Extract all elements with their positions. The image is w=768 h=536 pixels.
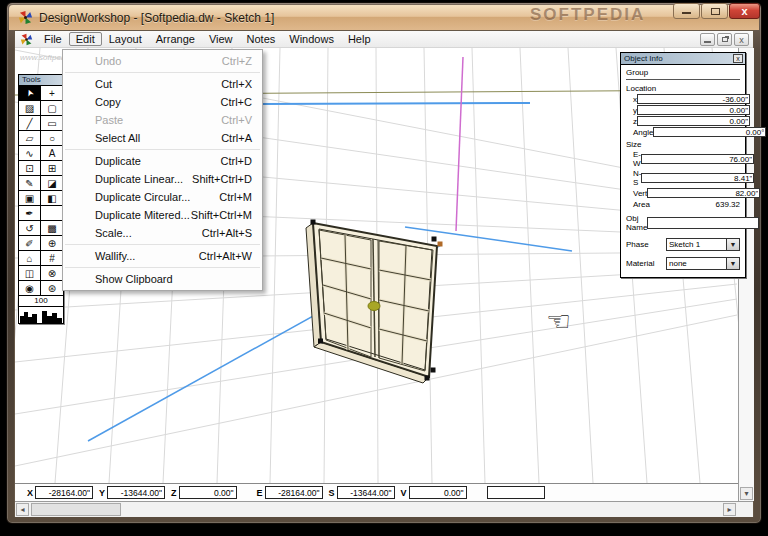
y-field[interactable] [637, 105, 750, 115]
opening-cut-tool[interactable]: ◧ [41, 191, 63, 206]
menu-edit[interactable]: Edit [69, 32, 102, 46]
multi-block-icon: ⊞ [48, 163, 56, 174]
block-icon: ⊡ [25, 163, 33, 174]
solid-tool[interactable]: ◫ [19, 266, 41, 281]
menu-item-duplicate-linear[interactable]: Duplicate Linear...Shift+Ctrl+D [63, 170, 262, 188]
polyline-tool[interactable]: ∿ [19, 146, 41, 161]
menu-item-duplicate-circular[interactable]: Duplicate Circular...Ctrl+M [63, 188, 262, 206]
marquee-tool[interactable]: ▨ [19, 101, 41, 116]
ns-field[interactable] [641, 173, 754, 183]
mdi-minimize-button[interactable] [700, 33, 715, 46]
mdi-close-icon: x [739, 35, 744, 45]
solid-icon: ◫ [25, 268, 34, 279]
globe-view-tool[interactable]: ⊛ [41, 281, 63, 296]
menu-arrange[interactable]: Arrange [149, 32, 202, 46]
horizontal-scrollbar[interactable]: ◂ ▸ [15, 501, 753, 517]
menu-item-duplicate-mitered[interactable]: Duplicate Mitered...Shift+Ctrl+M [63, 206, 262, 224]
menu-item-show-clipboard[interactable]: Show Clipboard [63, 270, 262, 288]
pointer-tool[interactable]: ➤ [19, 86, 41, 101]
material-dropdown[interactable]: none ▼ [666, 257, 740, 270]
eye-view-tool[interactable]: ◉ [19, 281, 41, 296]
scroll-right-button[interactable]: ▸ [723, 503, 736, 516]
close-button[interactable]: x [729, 3, 760, 19]
pointer-icon: ➤ [23, 88, 35, 99]
zoom-level-field[interactable]: 100 [19, 296, 63, 307]
mdi-close-button[interactable]: x [734, 33, 749, 46]
roof-tool[interactable]: ⌂ [19, 251, 41, 266]
eraser-tool[interactable]: ◪ [41, 176, 63, 191]
hscroll-thumb[interactable] [31, 503, 121, 516]
phase-dropdown[interactable]: Sketch 1 ▼ [666, 238, 740, 251]
window-title: DesignWorkshop - [Softpedia.dw - Sketch … [39, 11, 274, 25]
menu-item-wallify[interactable]: Wallify...Ctrl+Alt+W [63, 247, 262, 265]
menu-item-undo: UndoCtrl+Z [63, 52, 262, 70]
polygon-tool[interactable]: ▱ [19, 131, 41, 146]
space-grid-tool[interactable]: # [41, 251, 63, 266]
multi-block-tool[interactable]: ⊞ [41, 161, 63, 176]
coord-e-field[interactable] [265, 486, 323, 499]
location-section-label: Location [626, 84, 740, 93]
maximize-button[interactable] [701, 3, 728, 19]
angle-field[interactable] [653, 127, 766, 137]
panel-close-button[interactable]: x [733, 54, 743, 63]
circle-tool[interactable]: ○ [41, 131, 63, 146]
mdi-child-icon [20, 33, 33, 46]
crosshair-tool[interactable]: + [41, 86, 63, 101]
eyedropper-tool[interactable]: ✒ [19, 206, 41, 221]
protractor-tool[interactable]: ⊗ [41, 266, 63, 281]
chevron-down-icon: ▼ [726, 258, 739, 269]
hatch-tool[interactable]: ▩ [41, 221, 63, 236]
roof-icon: ⌂ [26, 253, 32, 264]
arrow-down-icon: ▾ [744, 489, 748, 498]
select-region-tool[interactable]: ▢ [41, 101, 63, 116]
menu-item-duplicate[interactable]: DuplicateCtrl+D [63, 152, 262, 170]
titlebar[interactable]: DesignWorkshop - [Softpedia.dw - Sketch … [9, 5, 759, 30]
coord-x-field[interactable] [35, 486, 93, 499]
coord-extra-field[interactable] [487, 486, 545, 499]
tools-palette-title[interactable]: Tools [19, 75, 63, 86]
z-label: z [626, 117, 637, 126]
text-tool[interactable]: A [41, 146, 63, 161]
coord-v-field[interactable] [409, 486, 467, 499]
slope-tool[interactable]: ✐ [19, 236, 41, 251]
center-grip-olive[interactable] [368, 302, 380, 311]
obj-name-field[interactable] [647, 217, 759, 229]
vert-field[interactable] [647, 188, 760, 198]
walkthrough-button[interactable] [19, 307, 63, 323]
scroll-down-button[interactable]: ▾ [740, 487, 753, 500]
menu-file[interactable]: File [37, 32, 69, 46]
block-tool[interactable]: ⊡ [19, 161, 41, 176]
coord-z-field[interactable] [179, 486, 237, 499]
menu-item-scale[interactable]: Scale...Ctrl+Alt+S [63, 224, 262, 242]
globe-icon: ⊛ [48, 283, 56, 294]
axis-line-magenta [456, 57, 463, 231]
menu-view[interactable]: View [202, 32, 240, 46]
rectangle-tool[interactable]: ▭ [41, 116, 63, 131]
menu-help[interactable]: Help [341, 32, 378, 46]
coord-x-label: X [27, 488, 33, 498]
ew-field[interactable] [641, 154, 754, 164]
z-field[interactable] [637, 116, 750, 126]
rotate-tool[interactable]: ↺ [19, 221, 41, 236]
scroll-left-button[interactable]: ◂ [16, 503, 29, 516]
coord-s-field[interactable] [337, 486, 395, 499]
menu-item-cut[interactable]: CutCtrl+X [63, 75, 262, 93]
mdi-restore-button[interactable] [717, 33, 732, 46]
x-field[interactable] [637, 94, 750, 104]
snap-handle-orange[interactable] [438, 242, 443, 247]
minimize-button[interactable] [673, 3, 700, 19]
circle-icon: ○ [49, 133, 55, 144]
menu-windows[interactable]: Windows [282, 32, 341, 46]
object-info-titlebar[interactable]: Object Info x [621, 53, 745, 65]
menu-layout[interactable]: Layout [102, 32, 149, 46]
menu-notes[interactable]: Notes [240, 32, 283, 46]
coord-y-field[interactable] [107, 486, 165, 499]
line-tool[interactable]: ╱ [19, 116, 41, 131]
arrow-right-icon: ▸ [727, 505, 731, 514]
pencil-tool[interactable]: ✎ [19, 176, 41, 191]
menu-item-copy[interactable]: CopyCtrl+C [63, 93, 262, 111]
panel-close-icon: x [736, 55, 740, 62]
snap-grid-tool[interactable]: ⊕ [41, 236, 63, 251]
opening-tool[interactable]: ▣ [19, 191, 41, 206]
menu-item-select-all[interactable]: Select AllCtrl+A [63, 129, 262, 147]
